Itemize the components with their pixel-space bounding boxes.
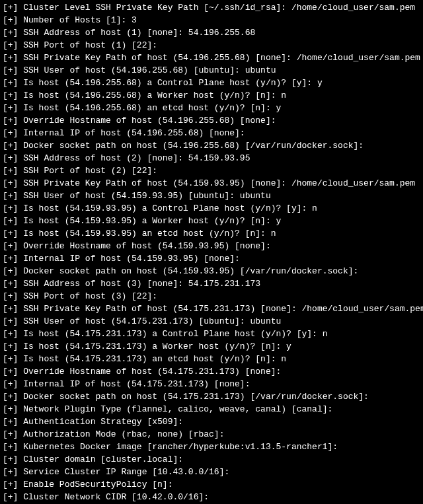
line-prefix: [+] bbox=[3, 3, 23, 13]
terminal-line: [+] SSH Port of host (1) [22]: bbox=[3, 39, 420, 52]
line-content: Docker socket path on host (54.175.231.1… bbox=[23, 392, 369, 402]
terminal-line: [+] SSH User of host (54.196.255.68) [ub… bbox=[3, 64, 420, 77]
line-prefix: [+] bbox=[3, 417, 23, 427]
line-prefix: [+] bbox=[3, 53, 23, 63]
line-content: SSH Port of host (3) [22]: bbox=[23, 291, 157, 301]
line-content: Internal IP of host (54.175.231.173) [no… bbox=[23, 379, 250, 389]
line-content: Docker socket path on host (54.159.93.95… bbox=[23, 266, 358, 276]
line-content: SSH Port of host (1) [22]: bbox=[23, 40, 157, 50]
line-prefix: [+] bbox=[3, 90, 23, 100]
line-prefix: [+] bbox=[3, 15, 23, 25]
line-prefix: [+] bbox=[3, 454, 23, 464]
line-content: Is host (54.196.255.68) a Control Plane … bbox=[23, 78, 322, 88]
terminal-line: [+] Docker socket path on host (54.196.2… bbox=[3, 139, 420, 152]
terminal-line: [+] Is host (54.159.93.95) a Control Pla… bbox=[3, 202, 420, 215]
terminal-line: [+] Is host (54.159.93.95) a Worker host… bbox=[3, 215, 420, 227]
line-prefix: [+] bbox=[3, 354, 23, 364]
line-content: Authorization Mode (rbac, none) [rbac]: bbox=[23, 429, 224, 439]
line-content: Authentication Strategy [x509]: bbox=[23, 417, 183, 427]
terminal-line: [+] Is host (54.196.255.68) a Control Pl… bbox=[3, 77, 420, 89]
line-prefix: [+] bbox=[3, 254, 23, 264]
line-prefix: [+] bbox=[3, 429, 23, 439]
line-prefix: [+] bbox=[3, 291, 23, 301]
line-content: Override Hostname of host (54.196.255.68… bbox=[23, 116, 276, 126]
line-content: SSH Private Key Path of host (54.159.93.… bbox=[23, 178, 415, 188]
terminal-line: [+] SSH Address of host (3) [none]: 54.1… bbox=[3, 277, 420, 290]
line-prefix: [+] bbox=[3, 191, 23, 201]
terminal-line: [+] Is host (54.196.255.68) an etcd host… bbox=[3, 102, 420, 114]
terminal-line: [+] SSH User of host (54.175.231.173) [u… bbox=[3, 315, 420, 328]
terminal-line: [+] SSH Private Key Path of host (54.196… bbox=[3, 52, 420, 64]
line-content: Docker socket path on host (54.196.255.6… bbox=[23, 141, 364, 151]
line-content: Is host (54.159.93.95) an etcd host (y/n… bbox=[23, 229, 276, 238]
line-prefix: [+] bbox=[3, 442, 23, 452]
terminal-line: [+] Authorization Mode (rbac, none) [rba… bbox=[3, 428, 420, 441]
terminal-line: [+] SSH User of host (54.159.93.95) [ubu… bbox=[3, 190, 420, 202]
terminal-line: [+] SSH Private Key Path of host (54.159… bbox=[3, 177, 420, 190]
line-content: Is host (54.159.93.95) a Worker host (y/… bbox=[23, 216, 281, 226]
line-prefix: [+] bbox=[3, 141, 23, 151]
terminal-line: [+] Override Hostname of host (54.159.93… bbox=[3, 240, 420, 252]
terminal-line: [+] Cluster Network CIDR [10.42.0.0/16]: bbox=[3, 491, 420, 503]
terminal-line: [+] SSH Address of host (1) [none]: 54.1… bbox=[3, 26, 420, 39]
terminal-line: [+] Docker socket path on host (54.159.9… bbox=[3, 265, 420, 277]
line-content: Service Cluster IP Range [10.43.0.0/16]: bbox=[23, 467, 229, 477]
line-prefix: [+] bbox=[3, 166, 23, 176]
terminal-line: [+] Internal IP of host (54.196.255.68) … bbox=[3, 127, 420, 139]
line-content: Kubernetes Docker image [rancher/hyperku… bbox=[23, 442, 338, 452]
terminal-line: [+] Cluster domain [cluster.local]: bbox=[3, 453, 420, 466]
line-prefix: [+] bbox=[3, 279, 23, 289]
terminal-line: [+] SSH Port of host (2) [22]: bbox=[3, 164, 420, 177]
line-content: SSH Port of host (2) [22]: bbox=[23, 166, 157, 176]
terminal-line: [+] Service Cluster IP Range [10.43.0.0/… bbox=[3, 466, 420, 478]
terminal-line: [+] Kubernetes Docker image [rancher/hyp… bbox=[3, 441, 420, 453]
line-content: Is host (54.196.255.68) an etcd host (y/… bbox=[23, 103, 281, 113]
line-prefix: [+] bbox=[3, 392, 23, 402]
line-prefix: [+] bbox=[3, 116, 23, 126]
terminal-line: [+] SSH Address of host (2) [none]: 54.1… bbox=[3, 152, 420, 164]
line-content: Cluster Level SSH Private Key Path [~/.s… bbox=[23, 3, 415, 13]
line-content: Is host (54.175.231.173) a Worker host (… bbox=[23, 342, 291, 351]
line-content: Is host (54.175.231.173) an etcd host (y… bbox=[23, 354, 286, 364]
line-prefix: [+] bbox=[3, 492, 23, 502]
line-prefix: [+] bbox=[3, 367, 23, 377]
line-content: Override Hostname of host (54.175.231.17… bbox=[23, 367, 281, 377]
terminal-line: [+] Enable PodSecurityPolicy [n]: bbox=[3, 478, 420, 491]
line-prefix: [+] bbox=[3, 329, 23, 339]
line-prefix: [+] bbox=[3, 78, 23, 88]
line-content: Override Hostname of host (54.159.93.95)… bbox=[23, 241, 270, 251]
line-content: Cluster domain [cluster.local]: bbox=[23, 454, 183, 464]
line-content: SSH Address of host (1) [none]: 54.196.2… bbox=[23, 28, 255, 38]
line-content: Cluster Network CIDR [10.42.0.0/16]: bbox=[23, 492, 209, 502]
line-prefix: [+] bbox=[3, 128, 23, 138]
terminal-line: [+] Number of Hosts [1]: 3 bbox=[3, 14, 420, 26]
line-content: Is host (54.196.255.68) a Worker host (y… bbox=[23, 90, 286, 100]
line-content: SSH Private Key Path of host (54.196.255… bbox=[23, 53, 420, 63]
terminal-line: [+] Authentication Strategy [x509]: bbox=[3, 415, 420, 428]
terminal-line: [+] SSH Port of host (3) [22]: bbox=[3, 290, 420, 303]
line-prefix: [+] bbox=[3, 229, 23, 238]
line-prefix: [+] bbox=[3, 404, 23, 414]
line-prefix: [+] bbox=[3, 216, 23, 226]
line-content: SSH User of host (54.196.255.68) [ubuntu… bbox=[23, 65, 276, 75]
line-content: SSH Address of host (3) [none]: 54.175.2… bbox=[23, 279, 260, 289]
terminal-line: [+] Cluster Level SSH Private Key Path [… bbox=[3, 1, 420, 14]
line-prefix: [+] bbox=[3, 153, 23, 163]
line-content: Is host (54.159.93.95) a Control Plane h… bbox=[23, 203, 317, 213]
line-prefix: [+] bbox=[3, 379, 23, 389]
line-content: SSH User of host (54.175.231.173) [ubunt… bbox=[23, 316, 281, 326]
line-content: Is host (54.175.231.173) a Control Plane… bbox=[23, 329, 327, 339]
terminal-line: [+] SSH Private Key Path of host (54.175… bbox=[3, 303, 420, 315]
line-prefix: [+] bbox=[3, 241, 23, 251]
line-prefix: [+] bbox=[3, 28, 23, 38]
terminal-line: [+] Network Plugin Type (flannel, calico… bbox=[3, 403, 420, 415]
line-prefix: [+] bbox=[3, 467, 23, 477]
terminal-line: [+] Is host (54.175.231.173) a Worker ho… bbox=[3, 340, 420, 353]
line-content: SSH Private Key Path of host (54.175.231… bbox=[23, 304, 423, 314]
terminal-line: [+] Is host (54.175.231.173) an etcd hos… bbox=[3, 353, 420, 365]
line-prefix: [+] bbox=[3, 480, 23, 489]
terminal-line: [+] Is host (54.175.231.173) a Control P… bbox=[3, 328, 420, 340]
line-content: Internal IP of host (54.196.255.68) [non… bbox=[23, 128, 245, 138]
line-prefix: [+] bbox=[3, 203, 23, 213]
line-prefix: [+] bbox=[3, 103, 23, 113]
